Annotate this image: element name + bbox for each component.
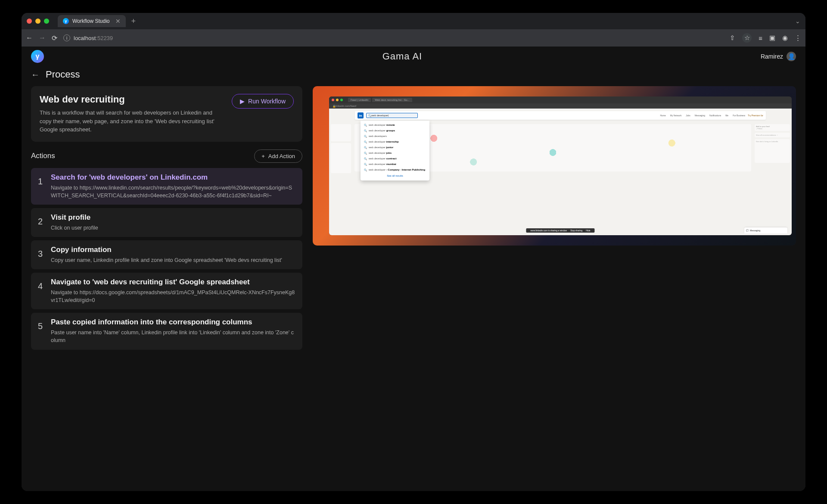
app-logo-icon[interactable]: γ (31, 50, 44, 63)
action-body: Visit profile Click on user profile (51, 213, 295, 232)
action-item[interactable]: 5 Paste copied information into the corr… (31, 313, 302, 349)
new-tab-icon[interactable]: + (131, 17, 136, 26)
preview-suggestion: 🔍 web developer junior (361, 145, 429, 150)
back-arrow-icon[interactable]: ← (31, 70, 40, 80)
workflow-title: Web dev recruiting (40, 94, 223, 105)
preview-suggestion: 🔍 web developer mumbai (361, 162, 429, 167)
run-button-label: Run Workflow (248, 98, 286, 105)
action-item[interactable]: 1 Search for 'web developers' on Linkedi… (31, 168, 302, 205)
preview-tabs: Feed | LinkedIn Web devs recruiting list… (348, 98, 412, 102)
preview-sharing-bar: www.linkedin.com is sharing a window Sto… (526, 228, 594, 233)
action-body: Navigate to 'web devs recruiting list' G… (51, 278, 295, 304)
preview-close-icon (332, 99, 334, 101)
left-column: Web dev recruiting This is a workflow th… (31, 86, 302, 375)
page-title: Process (46, 69, 80, 80)
main-grid: Web dev recruiting This is a workflow th… (31, 86, 603, 375)
browser-window: γ Workflow Studio ✕ + ⌄ ← → ⟳ i localhos… (22, 13, 603, 375)
action-body: Search for 'web developers' on Linkedin.… (51, 173, 295, 199)
minimize-window-icon[interactable] (35, 19, 40, 24)
app-content: γ Gama AI Ramirez 👤 ← Process Web dev re… (22, 47, 603, 375)
back-icon[interactable]: ← (26, 34, 33, 42)
workflow-card: Web dev recruiting This is a workflow th… (31, 86, 302, 142)
actions-list: 1 Search for 'web developers' on Linkedi… (31, 168, 302, 350)
linkedin-logo-icon: in (358, 112, 364, 118)
url-port: :52239 (96, 35, 113, 41)
traffic-lights (27, 19, 49, 24)
preview-suggestion: 🔍 web developer internship (361, 139, 429, 145)
app-title: Gama AI (44, 51, 603, 62)
maximize-window-icon[interactable] (44, 19, 49, 24)
url-bar[interactable]: i localhost:52239 (63, 34, 603, 41)
action-number: 2 (38, 217, 44, 227)
site-info-icon[interactable]: i (63, 34, 70, 41)
action-title: Paste copied information into the corres… (51, 318, 295, 327)
preview-page: Add to your feed+ Follow View all recomm… (329, 109, 603, 235)
browser-tab[interactable]: γ Workflow Studio ✕ (58, 15, 126, 27)
action-number: 3 (38, 249, 44, 259)
action-description: Click on user profile (51, 224, 295, 232)
workflow-info: Web dev recruiting This is a workflow th… (40, 94, 223, 134)
action-title: Search for 'web developers' on Linkedin.… (51, 173, 295, 182)
workflow-description: This is a workflow that will search for … (40, 109, 223, 134)
browser-toolbar: ← → ⟳ i localhost:52239 ⇧ ☆ ≡ ▣ ◉ ⋮ (22, 29, 603, 47)
preview-search-input: 🔍 web developer| (366, 113, 418, 118)
action-body: Paste copied information into the corres… (51, 318, 295, 344)
preview-tab: Feed | LinkedIn (348, 98, 371, 102)
tab-close-icon[interactable]: ✕ (115, 18, 121, 25)
action-description: Navigate to https://www.linkedin.com/sea… (51, 184, 295, 199)
action-title: Navigate to 'web devs recruiting list' G… (51, 278, 295, 286)
action-item[interactable]: 2 Visit profile Click on user profile (31, 208, 302, 237)
preview-screenshot: Feed | LinkedIn Web devs recruiting list… (313, 86, 603, 246)
action-number: 4 (38, 281, 44, 291)
breadcrumb: ← Process (31, 69, 603, 80)
preview-nav: HomeMy NetworkJobsMessagingNotifications… (420, 114, 603, 117)
preview-suggestion: 🔍 web developer remote (361, 122, 429, 128)
preview-suggestion: 🔍 web developer - Company · Internet Pub… (361, 167, 429, 173)
forward-icon[interactable]: → (39, 34, 46, 42)
preview-max-icon (340, 99, 343, 101)
close-window-icon[interactable] (27, 19, 32, 24)
add-action-label: Add Action (268, 153, 295, 159)
preview-topbar: in 🔍 web developer| HomeMy NetworkJobsMe… (355, 111, 603, 120)
action-number: 5 (38, 321, 44, 331)
action-title: Copy information (51, 246, 295, 254)
preview-suggestion: 🔍 web developer groups (361, 128, 429, 134)
page-body: ← Process Web dev recruiting This is a w… (22, 66, 603, 375)
action-description: Navigate to https://docs.google.com/spre… (51, 289, 295, 304)
plus-icon: + (261, 153, 265, 159)
play-icon: ▶ (240, 98, 245, 105)
action-item[interactable]: 3 Copy information Copy user name, Linke… (31, 240, 302, 269)
actions-title: Actions (31, 152, 55, 160)
preview-suggestion: 🔍 web developer jobs (361, 150, 429, 156)
action-description: Paste user name into 'Name' column, Link… (51, 329, 295, 344)
action-number: 1 (38, 177, 44, 187)
preview-min-icon (336, 99, 339, 101)
run-workflow-button[interactable]: ▶ Run Workflow (232, 94, 294, 109)
add-action-button[interactable]: + Add Action (254, 149, 302, 163)
tab-favicon-icon: γ (63, 18, 69, 24)
preview-search-dropdown: 🔍 web developer remote🔍 web developer gr… (361, 121, 429, 180)
preview-tab: Web devs recruiting list - Go... (372, 98, 412, 102)
preview-urlbar: 🔒 linkedin.com/feed/ (329, 103, 603, 109)
preview-titlebar: Feed | LinkedIn Web devs recruiting list… (329, 96, 603, 103)
preview-browser-window: Feed | LinkedIn Web devs recruiting list… (329, 96, 603, 235)
action-item[interactable]: 4 Navigate to 'web devs recruiting list'… (31, 273, 302, 309)
preview-suggestion: 🔍 web developer contract (361, 156, 429, 162)
preview-see-all: See all results (361, 173, 429, 179)
action-title: Visit profile (51, 213, 295, 222)
tab-title: Workflow Studio (72, 18, 109, 24)
titlebar: γ Workflow Studio ✕ + ⌄ (22, 13, 603, 29)
actions-header: Actions + Add Action (31, 149, 302, 163)
action-body: Copy information Copy user name, Linkedi… (51, 246, 295, 264)
reload-icon[interactable]: ⟳ (52, 34, 57, 42)
preview-suggestion: 🔍 web developers (361, 134, 429, 139)
url-host: localhost (74, 35, 96, 41)
preview-pane: Feed | LinkedIn Web devs recruiting list… (313, 86, 603, 246)
app-header: γ Gama AI Ramirez 👤 (22, 47, 603, 66)
action-description: Copy user name, Linkedin profile link an… (51, 256, 295, 264)
